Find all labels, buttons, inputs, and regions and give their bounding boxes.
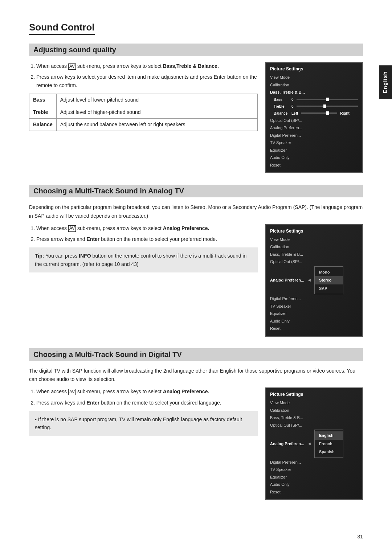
menu-item-equalizer-2: Equalizer	[270, 310, 358, 317]
analog-step-2: Press arrow keys and Enter button on the…	[36, 235, 258, 243]
digital-content-row: When access AV sub-menu, press arrow key…	[29, 387, 363, 500]
menu-item-reset-1: Reset	[270, 161, 358, 169]
section-heading-digital: Choosing a Multi-Track Sound in Digital …	[29, 348, 363, 361]
analog-menu-screenshot: Picture Settings View Mode Calibration B…	[265, 224, 363, 337]
menu-item-calibration-2: Calibration	[270, 243, 358, 251]
popup-item-sap: SAP	[315, 284, 343, 293]
digital-steps-list: When access AV sub-menu, press arrow key…	[29, 387, 258, 407]
menu-title-1: Picture Settings	[270, 66, 358, 71]
menu-item-viewmode-1: View Mode	[270, 74, 358, 81]
table-label-bass: Bass	[29, 94, 57, 106]
analog-step-1: When access AV sub-menu, press arrow key…	[36, 224, 258, 232]
english-tab: English	[379, 65, 392, 99]
menu-item-optical-1: Optical Out (SP/...	[270, 117, 358, 124]
adjusting-step-1: When access AV sub-menu, press arrow key…	[36, 62, 258, 70]
page-title: Sound Control	[29, 22, 95, 35]
adjusting-content-row: When access AV sub-menu, press arrow key…	[29, 62, 363, 173]
menu-screenshot-3: Picture Settings View Mode Calibration B…	[265, 387, 363, 500]
table-row-treble: Treble Adjust level of higher-pitched so…	[29, 106, 258, 119]
adjusting-steps-list: When access AV sub-menu, press arrow key…	[29, 62, 258, 89]
menu-screenshot-2: Picture Settings View Mode Calibration B…	[265, 224, 363, 337]
section-choosing-analog: Choosing a Multi-Track Sound in Analog T…	[29, 185, 363, 337]
analog-intro: Depending on the particular program bein…	[29, 203, 363, 221]
menu-item-viewmode-2: View Mode	[270, 236, 358, 243]
analog-content-left: When access AV sub-menu, press arrow key…	[29, 224, 258, 273]
digital-menu-screenshot: Picture Settings View Mode Calibration B…	[265, 387, 363, 500]
page-number: 31	[357, 534, 363, 539]
menu-item-optical-2: Optical Out (SP/...	[270, 258, 358, 266]
menu-item-reset-3: Reset	[270, 488, 358, 496]
digital-step-2: Press arrow keys and Enter button on the…	[36, 399, 258, 407]
popup-item-french: French	[315, 440, 343, 448]
menu-item-bass-treble-3: Bass, Treble & B...	[270, 414, 358, 422]
menu-item-audioonly-3: Audio Only	[270, 481, 358, 488]
menu-item-audioonly-2: Audio Only	[270, 317, 358, 325]
av-label-3: AV	[68, 389, 76, 395]
menu-item-analog-2: Analog Preferen... ◄ Mono Stereo SAP	[270, 266, 358, 295]
slider-treble: Treble 0	[274, 104, 358, 109]
slider-bass: Bass 0	[274, 97, 358, 102]
arrow-left-icon: ◄	[307, 277, 311, 283]
menu-item-tvspeaker-1: TV Speaker	[270, 139, 358, 147]
table-row-balance: Balance Adjust the sound balance between…	[29, 119, 258, 131]
table-label-treble: Treble	[29, 106, 57, 119]
popup-item-spanish: Spanish	[315, 448, 343, 456]
table-desc-balance: Adjust the sound balance between left or…	[56, 119, 257, 131]
table-desc-bass: Adjust level of lower-pitched sound	[56, 94, 257, 106]
section-heading-adjusting: Adjusting sound quality	[29, 44, 363, 56]
menu-item-tvspeaker-3: TV Speaker	[270, 466, 358, 473]
analog-popup-menu: Mono Stereo SAP	[314, 266, 343, 295]
table-desc-treble: Adjust level of higher-pitched sound	[56, 106, 257, 119]
menu-item-reset-2: Reset	[270, 325, 358, 332]
menu-item-audioonly-1: Audio Only	[270, 154, 358, 161]
tip-box: Tip: You can press INFO button on the re…	[29, 247, 258, 272]
menu-item-digital-1: Digital Preferen...	[270, 132, 358, 139]
menu-item-calibration-3: Calibration	[270, 407, 358, 414]
menu-screenshot-1: Picture Settings View Mode Calibration B…	[265, 62, 363, 173]
digital-step-1: When access AV sub-menu, press arrow key…	[36, 387, 258, 395]
popup-item-mono: Mono	[315, 268, 343, 276]
analog-content-row: When access AV sub-menu, press arrow key…	[29, 224, 363, 337]
menu-item-equalizer-1: Equalizer	[270, 147, 358, 154]
menu-item-equalizer-3: Equalizer	[270, 473, 358, 481]
section-choosing-digital: Choosing a Multi-Track Sound in Digital …	[29, 348, 363, 500]
adjusting-content-left: When access AV sub-menu, press arrow key…	[29, 62, 258, 131]
menu-item-analog-1: Analog Preferen...	[270, 124, 358, 132]
digital-content-left: When access AV sub-menu, press arrow key…	[29, 387, 258, 436]
menu-title-3: Picture Settings	[270, 392, 358, 397]
menu-item-digital-3: Digital Preferen...	[270, 459, 358, 466]
digital-intro: The digital TV with SAP function will al…	[29, 367, 363, 384]
menu-item-tvspeaker-2: TV Speaker	[270, 303, 358, 310]
arrow-left-icon-2: ◄	[307, 440, 311, 447]
av-label-2: AV	[68, 225, 76, 232]
menu-item-calibration-1: Calibration	[270, 81, 358, 89]
adjusting-step-2: Press arrow keys to select your desired …	[36, 73, 258, 89]
menu-item-optical-3: Optical Out (SP/...	[270, 422, 358, 429]
popup-item-english: English	[315, 431, 343, 440]
section-adjusting-sound: Adjusting sound quality When access AV s…	[29, 44, 363, 173]
digital-popup-menu: English French Spanish	[314, 430, 343, 458]
balance-slider: Balance Left Right	[274, 111, 358, 116]
analog-steps-list: When access AV sub-menu, press arrow key…	[29, 224, 258, 243]
menu-title-2: Picture Settings	[270, 229, 358, 234]
menu-item-bass-treble-1: Bass, Treble & B... Bass 0 Treble	[270, 89, 358, 117]
btb-table: Bass Adjust level of lower-pitched sound…	[29, 94, 258, 131]
av-label-1: AV	[68, 63, 76, 70]
table-label-balance: Balance	[29, 119, 57, 131]
adjusting-menu-screenshot: Picture Settings View Mode Calibration B…	[265, 62, 363, 173]
popup-item-stereo: Stereo	[315, 276, 343, 284]
section-heading-analog: Choosing a Multi-Track Sound in Analog T…	[29, 185, 363, 197]
menu-item-viewmode-3: View Mode	[270, 399, 358, 407]
menu-item-digital-2: Digital Preferen...	[270, 295, 358, 303]
menu-item-bass-treble-2: Bass, Treble & B...	[270, 251, 358, 258]
menu-item-analog-3: Analog Preferen... ◄ English French Span…	[270, 429, 358, 459]
table-row-bass: Bass Adjust level of lower-pitched sound	[29, 94, 258, 106]
bullet-box: • If there is no SAP support program, TV…	[29, 411, 258, 436]
